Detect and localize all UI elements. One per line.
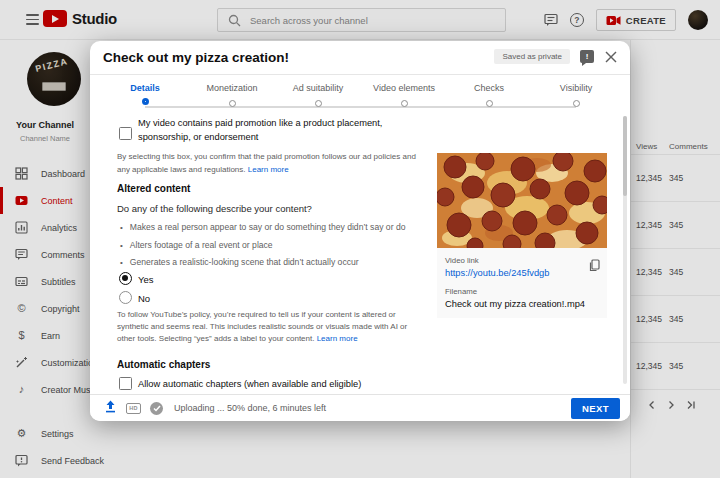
step-dot	[315, 100, 322, 107]
dialog-scrollbar[interactable]	[623, 116, 627, 384]
video-quality-icon: HD	[126, 403, 141, 414]
step-dot	[486, 100, 493, 107]
close-icon[interactable]	[604, 50, 618, 64]
step-checks[interactable]: Checks	[449, 83, 529, 107]
policy-text: To follow YouTube’s policy, you’re requi…	[117, 310, 407, 343]
altered-content-policy: To follow YouTube’s policy, you’re requi…	[117, 309, 425, 344]
upload-status-text: Uploading ... 50% done, 6 minutes left	[174, 403, 326, 413]
video-thumbnail[interactable]	[437, 153, 607, 248]
step-dot-active	[142, 98, 149, 105]
automatic-chapters-heading: Automatic chapters	[117, 359, 210, 370]
altered-bullet: Generates a realistic-looking scene that…	[120, 257, 430, 267]
step-dot	[401, 100, 408, 107]
altered-bullet: Makes a real person appear to say or do …	[120, 222, 430, 232]
video-preview-panel: Video link https://youtu.be/245fvdgb Fil…	[437, 153, 607, 318]
youtube-studio-app: Studio ? CREATE PIZZA	[0, 0, 720, 478]
next-button[interactable]: NEXT	[571, 398, 620, 419]
paid-promotion-checkbox[interactable]	[119, 127, 132, 140]
altered-content-heading: Altered content	[117, 183, 190, 194]
dialog-footer: HD Uploading ... 50% done, 6 minutes lef…	[90, 394, 630, 421]
step-video-elements[interactable]: Video elements	[364, 83, 444, 107]
step-dot	[573, 100, 580, 107]
step-dot	[229, 100, 236, 107]
paid-promotion-label: My video contains paid promotion like a …	[138, 117, 434, 144]
altered-content-question: Do any of the following describe your co…	[117, 203, 312, 214]
learn-more-link[interactable]: Learn more	[248, 165, 289, 174]
upload-icon	[104, 399, 117, 417]
checks-complete-icon	[150, 402, 163, 415]
video-link[interactable]: https://youtu.be/245fvdgb	[445, 268, 599, 278]
step-details[interactable]: Details	[105, 83, 185, 105]
copy-icon[interactable]	[589, 258, 600, 276]
step-visibility[interactable]: Visibility	[536, 83, 616, 107]
dialog-header: Check out my pizza creation! Saved as pr…	[90, 41, 630, 75]
step-monetization[interactable]: Monetization	[192, 83, 272, 107]
automatic-chapters-checkbox[interactable]	[119, 377, 132, 390]
dialog-title: Check out my pizza creation!	[103, 50, 289, 65]
scrollbar-thumb[interactable]	[623, 116, 627, 196]
radio-no[interactable]	[119, 291, 132, 304]
altered-bullet: Alters footage of a real event or place	[120, 240, 430, 250]
saved-status-badge: Saved as private	[494, 49, 570, 64]
step-ad-suitability[interactable]: Ad suitability	[278, 83, 358, 107]
radio-no-label: No	[138, 293, 150, 304]
paid-promotion-disclaimer: By selecting this box, you confirm that …	[117, 151, 425, 176]
upload-details-dialog: Check out my pizza creation! Saved as pr…	[90, 41, 630, 421]
automatic-chapters-label: Allow automatic chapters (when available…	[138, 379, 361, 389]
filename-value: Check out my pizza creation!.mp4	[445, 299, 599, 309]
radio-yes-label: Yes	[138, 274, 154, 285]
video-link-label: Video link	[445, 256, 599, 265]
filename-label: Filename	[445, 287, 599, 296]
video-info-box: Video link https://youtu.be/245fvdgb Fil…	[437, 248, 607, 318]
feedback-bubble-icon[interactable]: !	[580, 50, 594, 63]
radio-yes[interactable]	[119, 272, 132, 285]
learn-more-link[interactable]: Learn more	[317, 334, 358, 343]
